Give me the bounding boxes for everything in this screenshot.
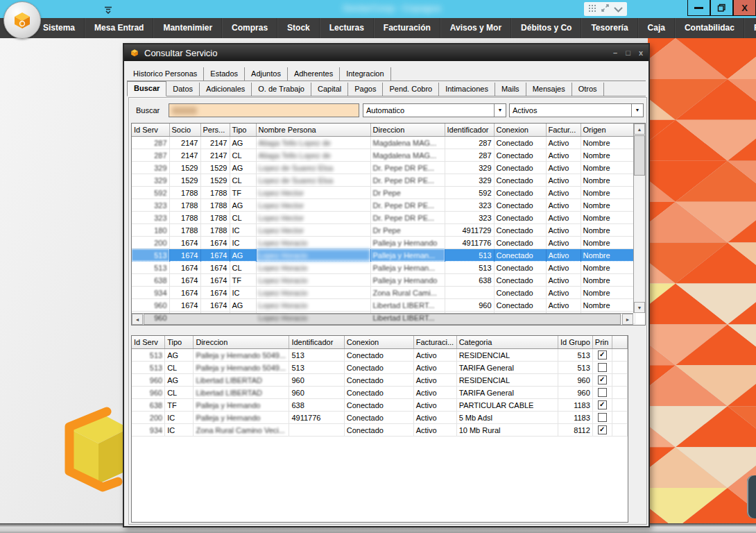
service-row[interactable]: 63816741674TFLopez HoracioPalleja y Hern…	[132, 274, 635, 287]
tab-historico-personas[interactable]: Historico Personas	[127, 67, 204, 81]
menu-item-stock[interactable]: Stock	[277, 18, 320, 38]
column-header-id-grupo[interactable]: Id Grupo	[558, 336, 593, 349]
column-header-categoria[interactable]: Categoria	[456, 336, 558, 349]
restore-button[interactable]	[710, 0, 733, 16]
service-row[interactable]: 32317881788CLLopez HectorDr. Pepe DR PE.…	[132, 212, 635, 224]
service-row[interactable]: 51316741674AGLopez HoracioPalleja y Hern…	[132, 249, 635, 262]
filter-mode-combobox[interactable]: Automatico ▼	[363, 103, 506, 117]
column-header-pers-[interactable]: Pers...	[200, 124, 230, 137]
service-row[interactable]: 59217881788TFLopez HectorDr Pepe592Conec…	[132, 187, 635, 199]
service-row[interactable]: 93416741674ICLopez HoracioZona Rural Cam…	[132, 287, 635, 299]
checkbox-unchecked[interactable]	[598, 388, 607, 397]
menu-item-recursos-hu[interactable]: Recursos Hu	[744, 18, 756, 38]
column-header-facturaci-[interactable]: Facturaci...	[413, 336, 456, 349]
column-header-socio[interactable]: Socio	[169, 124, 200, 137]
checkbox-checked[interactable]: ✓	[598, 375, 607, 384]
menu-item-mesa-entrad[interactable]: Mesa Entrad	[85, 18, 153, 38]
menu-item-compras[interactable]: Compras	[222, 18, 277, 38]
tab-estados[interactable]: Estados	[204, 67, 245, 81]
minimize-button[interactable]	[687, 0, 710, 16]
service-row[interactable]: 20016741674ICLopez HoracioPalleja y Hern…	[132, 237, 635, 249]
tab-buscar[interactable]: Buscar	[127, 81, 166, 96]
column-header-origen[interactable]: Origen	[581, 124, 635, 137]
tab-adherentes[interactable]: Adherentes	[288, 67, 340, 81]
window-minimize-button[interactable]: –	[613, 49, 617, 57]
scroll-down-button[interactable]: ▼	[634, 302, 645, 313]
window-titlebar[interactable]: Consultar Servicio – □ x	[124, 44, 648, 61]
vertical-scrollbar[interactable]: ▲ ▼	[633, 124, 645, 313]
service-row[interactable]: 96016741674AGLopez HoracioLibertad LIBER…	[132, 299, 635, 312]
detail-row[interactable]: 513AGPalleja y Hernando 5049...513Conect…	[132, 349, 628, 362]
tab-o-de-trabajo[interactable]: O. de Trabajo	[252, 83, 311, 96]
menu-item-d-bitos-y-co[interactable]: Débitos y Co	[511, 18, 581, 38]
service-row[interactable]: 28721472147AGAliaga Tello Lopez deMagdal…	[132, 137, 635, 149]
dock-widget[interactable]	[747, 475, 756, 518]
column-header-id-serv[interactable]: Id Serv	[132, 336, 165, 349]
scroll-up-button[interactable]: ▲	[634, 124, 645, 135]
close-button[interactable]: X	[733, 0, 756, 16]
tab-intimaciones[interactable]: Intimaciones	[439, 83, 495, 96]
menu-item-avisos-y-mor[interactable]: Avisos y Mor	[440, 18, 511, 38]
combo-arrow-icon[interactable]: ▼	[494, 104, 506, 117]
tab-mails[interactable]: Mails	[495, 83, 526, 96]
scroll-right-button[interactable]: ►	[622, 314, 633, 325]
service-row[interactable]: 32915291529AGLopez de Suarez ElsaDr. Pep…	[132, 162, 635, 174]
tab-capital[interactable]: Capital	[311, 83, 348, 96]
detail-row[interactable]: 200ICPalleja y Hernando4911776ConectadoA…	[132, 412, 628, 424]
app-logo-badge[interactable]	[3, 1, 41, 39]
tab-adjuntos[interactable]: Adjuntos	[245, 67, 288, 81]
tab-otros[interactable]: Otros	[572, 83, 604, 96]
menu-item-tesorer-a[interactable]: Tesorería	[581, 18, 637, 38]
window-close-button[interactable]: x	[639, 49, 643, 57]
column-header-direccion[interactable]: Direccion	[370, 124, 445, 137]
checkbox-unchecked[interactable]	[598, 413, 607, 422]
column-header-identificador[interactable]: Identificador	[289, 336, 344, 349]
menu-item-caja[interactable]: Caja	[638, 18, 675, 38]
expand-icon[interactable]	[601, 3, 610, 15]
checkbox-checked[interactable]: ✓	[598, 350, 607, 359]
menu-item-sistema[interactable]: Sistema	[33, 18, 85, 38]
service-row[interactable]: 32317881788AGLopez HectorDr. Pepe DR PE.…	[132, 199, 635, 212]
column-header-tipo[interactable]: Tipo	[165, 336, 194, 349]
column-header-conexion[interactable]: Conexion	[494, 124, 546, 137]
column-header-factur-[interactable]: Factur...	[546, 124, 581, 137]
detail-row[interactable]: 960CLLibertad LIBERTAD960ConectadoActivo…	[132, 387, 628, 399]
chevron-down-icon[interactable]	[614, 3, 623, 15]
detail-row[interactable]: 960AGLibertad LIBERTAD960ConectadoActivo…	[132, 374, 628, 387]
menu-item-mantenimier[interactable]: Mantenimier	[153, 18, 222, 38]
tab-adicionales[interactable]: Adicionales	[200, 83, 252, 96]
checkbox-unchecked[interactable]	[598, 363, 607, 372]
column-header-blank[interactable]	[612, 336, 627, 349]
menu-item-facturaci-n[interactable]: Facturación	[374, 18, 440, 38]
combo-arrow-icon[interactable]: ▼	[631, 104, 643, 117]
service-row[interactable]: 18017881788ICLopez HectorDr Pepe4911729C…	[132, 224, 635, 237]
column-header-nombre-persona[interactable]: Nombre Persona	[256, 124, 370, 137]
checkbox-checked[interactable]: ✓	[598, 425, 607, 434]
status-filter-combobox[interactable]: Activos ▼	[509, 103, 644, 117]
detail-row[interactable]: 638TFPalleja y Hernando638ConectadoActiv…	[132, 399, 628, 412]
window-maximize-button[interactable]: □	[626, 49, 630, 57]
column-header-prin[interactable]: Prin	[592, 336, 612, 349]
vertical-scroll-thumb[interactable]	[634, 135, 645, 176]
search-input[interactable]	[169, 103, 359, 117]
menu-item-contabilidac[interactable]: Contabilidac	[675, 18, 744, 38]
service-row[interactable]: 32915291529CLLopez de Suarez ElsaDr. Pep…	[132, 174, 635, 187]
column-header-conexion[interactable]: Conexion	[344, 336, 413, 349]
menu-item-lecturas[interactable]: Lecturas	[320, 18, 374, 38]
grid-dots-icon[interactable]	[588, 3, 596, 15]
tab-datos[interactable]: Datos	[166, 83, 200, 96]
detail-row[interactable]: 934ICZona Rural Camino Veci...ConectadoA…	[132, 424, 628, 437]
quick-access-icon[interactable]	[104, 4, 112, 12]
column-header-direccion[interactable]: Direccion	[194, 336, 289, 349]
tab-mensajes[interactable]: Mensajes	[526, 83, 572, 96]
tab-integracion[interactable]: Integracion	[340, 67, 390, 81]
checkbox-checked[interactable]: ✓	[598, 400, 607, 409]
tab-pend-cobro[interactable]: Pend. Cobro	[383, 83, 439, 96]
service-row[interactable]: 28721472147CLAliaga Tello Lopez deMagdal…	[132, 149, 635, 162]
service-row[interactable]: 51316741674CLLopez HoracioPalleja y Hern…	[132, 262, 635, 274]
column-header-tipo[interactable]: Tipo	[230, 124, 256, 137]
column-header-id-serv[interactable]: Id Serv	[132, 124, 169, 137]
column-header-identificador[interactable]: Identificador	[445, 124, 494, 137]
detail-row[interactable]: 513CLPalleja y Hernando 5049...513Conect…	[132, 362, 628, 374]
tab-pagos[interactable]: Pagos	[348, 83, 383, 96]
